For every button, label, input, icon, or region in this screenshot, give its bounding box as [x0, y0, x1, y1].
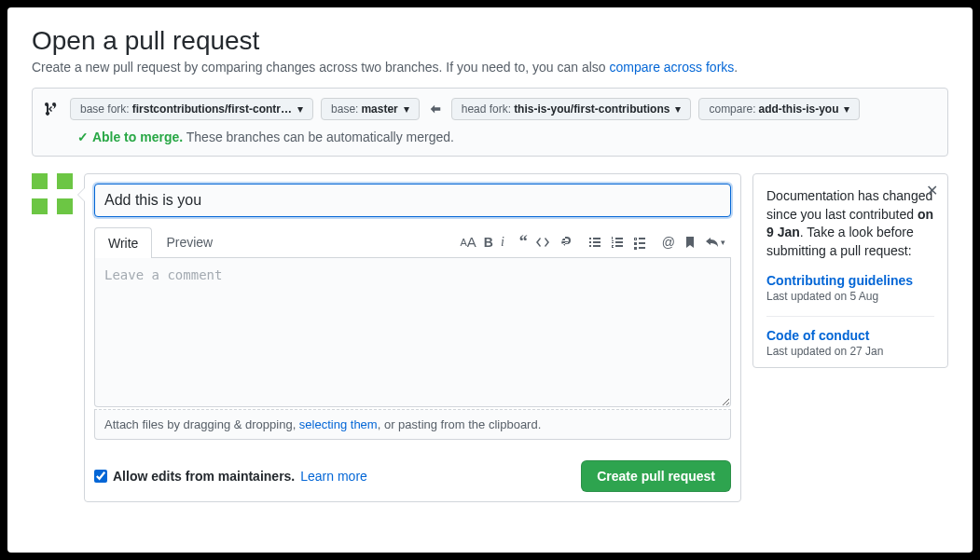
sidebar-link[interactable]: Code of conduct	[766, 328, 934, 343]
caret-down-icon: ▾	[675, 102, 681, 116]
quote-icon[interactable]: “	[519, 237, 528, 247]
arrow-left-icon	[429, 102, 442, 116]
mention-icon[interactable]: @	[662, 235, 675, 250]
caret-down-icon: ▾	[721, 238, 725, 247]
ul-icon[interactable]	[587, 235, 602, 250]
sidebar-item: Contributing guidelines Last updated on …	[766, 273, 934, 303]
code-icon[interactable]	[535, 235, 550, 250]
compare-forks-link[interactable]: compare across forks	[609, 60, 734, 75]
tab-write[interactable]: Write	[94, 227, 152, 258]
bookmark-icon[interactable]	[683, 235, 697, 250]
page-title: Open a pull request	[32, 26, 948, 56]
comment-textarea[interactable]	[94, 258, 731, 407]
base-fork-select[interactable]: base fork: firstcontributions/first-cont…	[70, 98, 313, 120]
ol-icon[interactable]	[610, 235, 625, 250]
close-icon[interactable]: ✕	[926, 182, 938, 199]
allow-edits-row[interactable]: Allow edits from maintainers. Learn more	[94, 469, 367, 484]
sidebar-date: Last updated on 27 Jan	[766, 345, 934, 358]
compare-branch-select[interactable]: compare: add-this-is-you ▾	[698, 98, 860, 120]
caret-down-icon: ▾	[844, 102, 849, 116]
select-files-link[interactable]: selecting them	[299, 417, 378, 431]
caret-down-icon: ▾	[404, 102, 409, 116]
head-fork-select[interactable]: head fork: this-is-you/first-contributio…	[451, 98, 692, 120]
tasklist-icon[interactable]	[632, 235, 647, 250]
pr-title-input[interactable]	[94, 184, 731, 217]
sidebar-text: Documentation has changed since you last…	[766, 187, 934, 260]
sidebar-date: Last updated on 5 Aug	[766, 290, 934, 303]
learn-more-link[interactable]: Learn more	[300, 469, 367, 484]
heading-icon[interactable]: AA	[460, 234, 476, 250]
sidebar-link[interactable]: Contributing guidelines	[766, 273, 934, 288]
link-icon[interactable]	[558, 235, 573, 250]
compare-icon	[44, 102, 59, 116]
italic-icon[interactable]: i	[501, 235, 504, 250]
reply-icon[interactable]: ▾	[705, 235, 725, 250]
page-subtitle: Create a new pull request by comparing c…	[32, 60, 948, 75]
bold-icon[interactable]: B	[484, 235, 493, 250]
sidebar-notice: ✕ Documentation has changed since you la…	[752, 173, 948, 368]
pr-form: Write Preview AA B i “	[84, 173, 741, 502]
allow-edits-checkbox[interactable]	[94, 470, 107, 483]
check-icon: ✓	[77, 130, 89, 144]
compare-box: base fork: firstcontributions/first-cont…	[32, 88, 948, 157]
create-pr-button[interactable]: Create pull request	[581, 460, 731, 492]
caret-down-icon: ▾	[297, 102, 303, 116]
md-toolbar: AA B i “	[460, 234, 731, 250]
merge-status: ✓ Able to merge. These branches can be a…	[44, 130, 936, 144]
avatar	[32, 173, 73, 214]
tab-preview[interactable]: Preview	[152, 226, 227, 257]
attach-hint: Attach files by dragging & dropping, sel…	[94, 409, 731, 440]
base-branch-select[interactable]: base: master ▾	[321, 98, 420, 120]
sidebar-item: Code of conduct Last updated on 27 Jan	[766, 316, 934, 358]
